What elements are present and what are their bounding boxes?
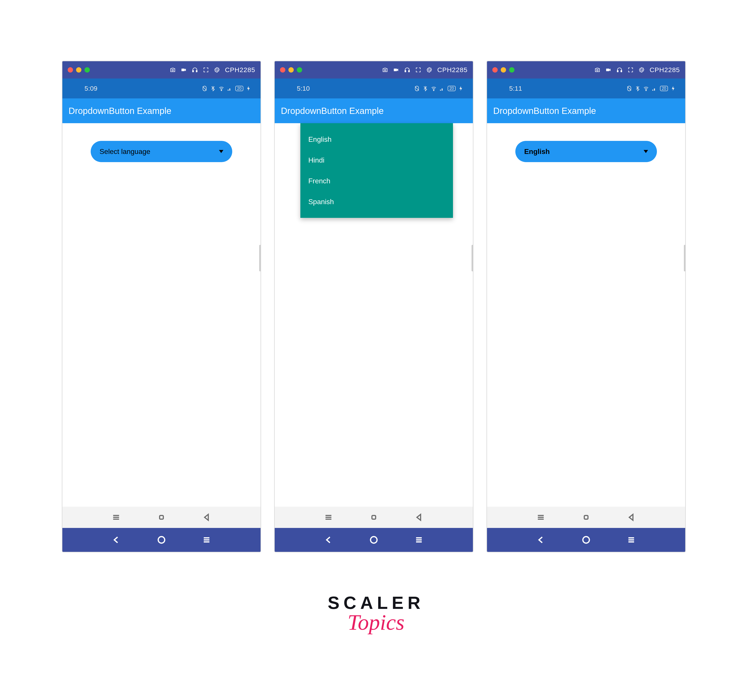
recent-icon[interactable] [324, 513, 333, 522]
gear-icon[interactable] [639, 67, 645, 73]
camera-icon[interactable] [594, 67, 600, 73]
dropdown-option[interactable]: Hindi [300, 150, 453, 171]
headphones-icon[interactable] [192, 67, 198, 73]
zoom-icon[interactable] [84, 67, 90, 73]
status-clock: 5:10 [297, 85, 310, 92]
material-app-bar: DropdownButton Example [62, 98, 261, 123]
svg-rect-6 [228, 90, 228, 90]
svg-rect-38 [652, 90, 653, 90]
wifi-icon [219, 85, 224, 92]
emulator-actions: CPH2285 [169, 66, 255, 74]
svg-point-32 [597, 70, 598, 71]
gear-icon[interactable] [214, 67, 220, 73]
svg-rect-19 [409, 70, 410, 72]
svg-rect-7 [229, 88, 230, 91]
nav-menu-icon[interactable] [414, 535, 424, 545]
nav-back-icon[interactable] [112, 535, 121, 545]
fullscreen-icon[interactable] [415, 67, 421, 73]
dropdown-option[interactable]: French [300, 171, 453, 191]
charging-icon [458, 85, 464, 92]
scrollbar[interactable] [259, 245, 261, 272]
back-icon[interactable] [627, 513, 636, 522]
minimize-icon[interactable] [288, 67, 294, 73]
headphones-icon[interactable] [617, 67, 623, 73]
dropdown-placeholder: Select language [99, 147, 219, 156]
svg-rect-35 [621, 70, 622, 72]
bluetooth-icon [210, 85, 216, 92]
wifi-icon [643, 85, 649, 92]
svg-rect-1 [181, 68, 185, 71]
gear-icon[interactable] [426, 67, 432, 73]
svg-point-12 [158, 537, 165, 543]
svg-point-37 [646, 90, 646, 91]
wifi-icon [431, 85, 437, 92]
traffic-lights[interactable] [493, 67, 514, 73]
dnd-icon [414, 85, 420, 92]
emulator-actions: CPH2285 [382, 66, 468, 74]
nav-back-icon[interactable] [324, 535, 334, 545]
fullscreen-icon[interactable] [203, 67, 209, 73]
app-title: DropdownButton Example [493, 106, 596, 116]
device-name: CPH2285 [437, 66, 468, 74]
fullscreen-icon[interactable] [628, 67, 634, 73]
recent-icon[interactable] [536, 513, 545, 522]
svg-rect-27 [372, 515, 376, 519]
android-status-bar: 5:10 20 [275, 79, 473, 98]
device-gesture-bar [62, 507, 261, 528]
home-icon[interactable] [369, 513, 378, 522]
recent-icon[interactable] [112, 513, 121, 522]
android-status-bar: 5:09 20 [62, 79, 261, 98]
zoom-icon[interactable] [297, 67, 302, 73]
traffic-lights[interactable] [280, 67, 302, 73]
dropdown-option[interactable]: English [300, 129, 453, 150]
svg-point-0 [172, 70, 173, 71]
camera-icon[interactable] [169, 67, 176, 73]
battery-level: 20 [235, 86, 243, 91]
close-icon[interactable] [493, 67, 498, 73]
app-title: DropdownButton Example [281, 106, 384, 116]
video-icon[interactable] [393, 67, 399, 73]
emulator-nav-bar [62, 528, 261, 552]
nav-back-icon[interactable] [536, 535, 546, 545]
svg-point-28 [370, 537, 377, 543]
svg-point-16 [384, 70, 386, 71]
nav-home-icon[interactable] [581, 535, 591, 545]
home-icon[interactable] [157, 513, 166, 522]
traffic-lights[interactable] [68, 67, 90, 73]
device-gesture-bar [275, 507, 473, 528]
dropdown-button[interactable]: English [515, 141, 657, 162]
svg-rect-23 [442, 88, 443, 91]
screen-body: English Hindi French Spanish [275, 123, 473, 507]
minimize-icon[interactable] [501, 67, 506, 73]
video-icon[interactable] [181, 67, 187, 73]
dropdown-selected-value: English [524, 147, 643, 156]
device-gesture-bar [487, 507, 685, 528]
emulator-titlebar: CPH2285 [62, 61, 261, 79]
zoom-icon[interactable] [509, 67, 514, 73]
device-name: CPH2285 [225, 66, 255, 74]
nav-home-icon[interactable] [369, 535, 379, 545]
dropdown-option[interactable]: Spanish [300, 191, 453, 212]
status-clock: 5:11 [509, 85, 522, 92]
nav-home-icon[interactable] [157, 535, 166, 545]
nav-menu-icon[interactable] [202, 535, 211, 545]
camera-icon[interactable] [382, 67, 388, 73]
back-icon[interactable] [202, 513, 211, 522]
scrollbar[interactable] [684, 245, 686, 272]
nav-menu-icon[interactable] [626, 535, 636, 545]
brand-logo: SCALER Topics [328, 593, 424, 635]
emulator-nav-bar [275, 528, 473, 552]
close-icon[interactable] [280, 67, 285, 73]
dropdown-button[interactable]: Select language [91, 141, 232, 162]
home-icon[interactable] [582, 513, 590, 522]
back-icon[interactable] [415, 513, 424, 522]
headphones-icon[interactable] [404, 67, 410, 73]
video-icon[interactable] [605, 67, 612, 73]
screen-body: Select language [62, 123, 261, 507]
close-icon[interactable] [68, 67, 73, 73]
battery-level: 20 [447, 86, 455, 91]
status-clock: 5:09 [84, 85, 97, 92]
scrollbar[interactable] [472, 245, 473, 272]
stage: CPH2285 5:09 20 DropdownButton Example S… [62, 61, 690, 552]
minimize-icon[interactable] [76, 67, 81, 73]
